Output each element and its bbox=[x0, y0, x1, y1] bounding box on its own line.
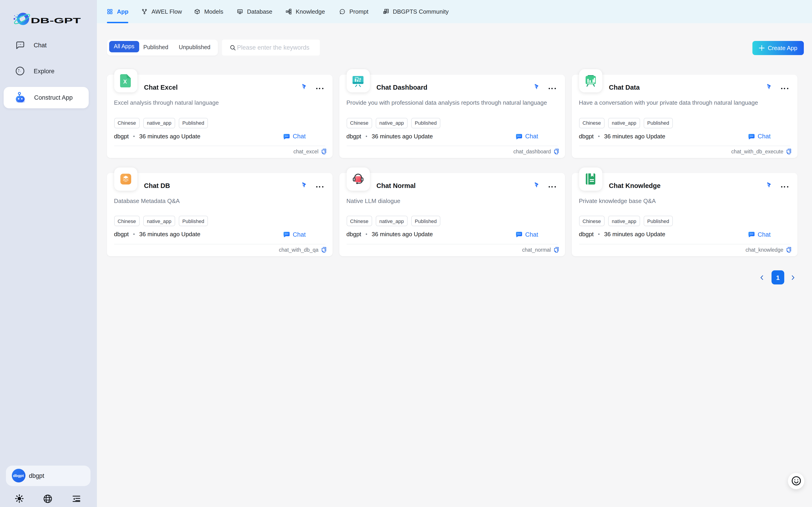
svg-text:X: X bbox=[124, 79, 127, 84]
svg-text:SQL: SQL bbox=[238, 10, 242, 12]
svg-text:DB-GPT: DB-GPT bbox=[31, 16, 81, 25]
